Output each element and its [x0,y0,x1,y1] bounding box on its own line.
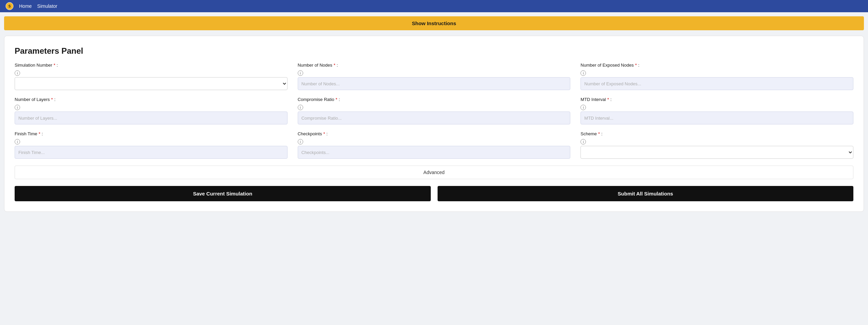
svg-text:S: S [9,4,11,8]
navbar: S Home Simulator [0,0,868,12]
panel-title: Parameters Panel [15,46,853,56]
buttons-row: Save Current Simulation Submit All Simul… [15,186,853,201]
mtd-interval-field: MTD Interval * : i [580,97,853,124]
finish-time-input[interactable] [15,146,288,159]
number-of-exposed-nodes-label: Number of Exposed Nodes * : [580,63,853,68]
number-of-nodes-field: Number of Nodes * : i [298,63,571,90]
number-of-exposed-nodes-input[interactable] [580,77,853,90]
nav-home[interactable]: Home [19,3,32,9]
required-star-finish: * [38,131,40,136]
number-of-nodes-info-icon: i [298,70,303,76]
checkpoints-label: Checkpoints * : [298,131,571,136]
required-star-exposed: * [635,63,637,68]
compromise-ratio-field: Compromise Ratio * : i [298,97,571,124]
mtd-interval-label: MTD Interval * : [580,97,853,102]
required-star-nodes: * [334,63,335,68]
finish-time-label: Finish Time * : [15,131,288,136]
scheme-select[interactable] [580,146,853,159]
scheme-field: Scheme * : i [580,131,853,159]
finish-time-info-icon: i [15,139,20,144]
number-of-layers-label: Number of Layers * : [15,97,288,102]
finish-time-field: Finish Time * : i [15,131,288,159]
mtd-interval-input[interactable] [580,112,853,124]
required-star-compromise: * [335,97,337,102]
compromise-ratio-info-icon: i [298,105,303,110]
main-content: Parameters Panel Simulation Number * : i… [0,30,868,217]
submit-all-simulations-button[interactable]: Submit All Simulations [438,186,854,201]
number-of-exposed-nodes-field: Number of Exposed Nodes * : i [580,63,853,90]
advanced-label[interactable]: Advanced [423,170,444,175]
required-star-mtd: * [607,97,609,102]
number-of-layers-input[interactable] [15,112,288,124]
checkpoints-info-icon: i [298,139,303,144]
form-grid: Simulation Number * : i Number of Nodes … [15,63,853,159]
required-star: * [54,63,55,68]
nav-simulator[interactable]: Simulator [37,3,57,9]
advanced-section[interactable]: Advanced [15,166,853,179]
mtd-interval-info-icon: i [580,105,586,110]
compromise-ratio-label: Compromise Ratio * : [298,97,571,102]
instructions-banner[interactable]: Show Instructions [4,16,864,30]
checkpoints-input[interactable] [298,146,571,159]
required-star-checkpoints: * [323,131,325,136]
number-of-nodes-input[interactable] [298,77,571,90]
required-star-layers: * [51,97,53,102]
compromise-ratio-input[interactable] [298,112,571,124]
app-logo: S [5,2,14,10]
checkpoints-field: Checkpoints * : i [298,131,571,159]
number-of-layers-info-icon: i [15,105,20,110]
save-current-simulation-button[interactable]: Save Current Simulation [15,186,431,201]
parameters-panel: Parameters Panel Simulation Number * : i… [4,36,864,212]
required-star-scheme: * [598,131,600,136]
number-of-nodes-label: Number of Nodes * : [298,63,571,68]
number-of-exposed-nodes-info-icon: i [580,70,586,76]
scheme-info-icon: i [580,139,586,144]
simulation-number-label: Simulation Number * : [15,63,288,68]
number-of-layers-field: Number of Layers * : i [15,97,288,124]
simulation-number-info-icon: i [15,70,20,76]
simulation-number-select[interactable] [15,77,288,90]
scheme-label: Scheme * : [580,131,853,136]
simulation-number-field: Simulation Number * : i [15,63,288,90]
